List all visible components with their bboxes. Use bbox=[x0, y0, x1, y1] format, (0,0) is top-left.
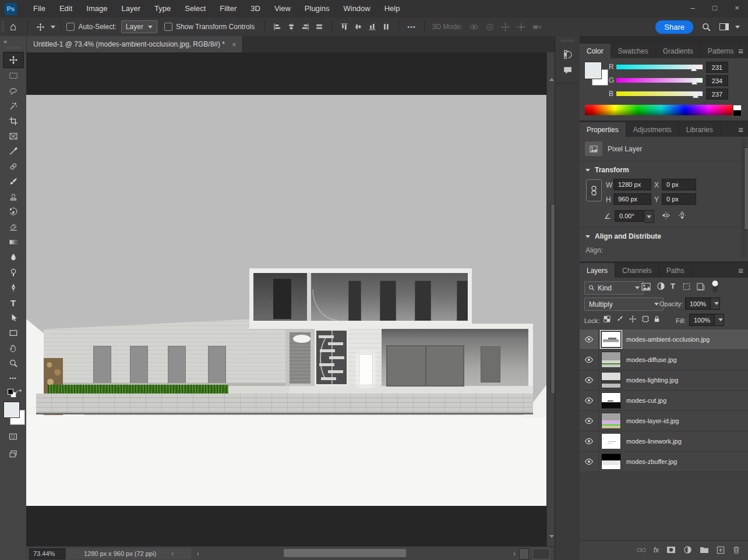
layer-thumbnail[interactable] bbox=[601, 433, 621, 449]
green-slider[interactable] bbox=[616, 78, 703, 83]
red-value-field[interactable]: 231 bbox=[706, 62, 728, 73]
layer-row[interactable]: modes-diffuse.jpg bbox=[580, 350, 748, 370]
lock-artboard-icon[interactable] bbox=[641, 315, 650, 323]
vertical-scrollbar[interactable] bbox=[546, 52, 555, 546]
menu-item-file[interactable]: File bbox=[26, 0, 52, 17]
new-group-icon[interactable] bbox=[700, 546, 709, 554]
layer-name[interactable]: modes-lighting.jpg bbox=[626, 377, 678, 384]
lock-position-icon[interactable] bbox=[629, 315, 637, 323]
flip-horizontal-icon[interactable] bbox=[661, 211, 671, 220]
blend-mode-dropdown[interactable]: Multiply bbox=[584, 297, 664, 311]
layer-row[interactable]: modes-ambient-occlusion.jpg bbox=[580, 329, 748, 350]
minimize-button[interactable]: – bbox=[682, 0, 704, 17]
tab-patterns[interactable]: Patterns bbox=[701, 44, 742, 58]
align-distribute-section-header[interactable]: Align and Distribute bbox=[585, 232, 661, 240]
green-value-field[interactable]: 234 bbox=[706, 75, 728, 86]
menu-item-select[interactable]: Select bbox=[178, 0, 213, 17]
layer-name[interactable]: modes-layer-id.jpg bbox=[626, 417, 679, 424]
layer-visibility-toggle[interactable] bbox=[580, 411, 599, 431]
search-icon[interactable] bbox=[701, 22, 711, 32]
layer-row[interactable]: modes-zbuffer.jpg bbox=[580, 452, 748, 472]
marquee-tool[interactable] bbox=[3, 68, 23, 83]
status-chevron-left-icon[interactable]: ‹ bbox=[197, 550, 199, 558]
rotation-dropdown-button[interactable] bbox=[644, 210, 654, 223]
panel-menu-icon[interactable]: ≡ bbox=[738, 46, 743, 56]
tab-libraries[interactable]: Libraries bbox=[679, 122, 721, 137]
menu-item-3d[interactable]: 3D bbox=[244, 0, 267, 17]
dodge-tool[interactable] bbox=[3, 265, 23, 280]
layer-row[interactable]: modes-lighting.jpg bbox=[580, 370, 748, 391]
toolbar-grip[interactable] bbox=[7, 47, 20, 49]
add-layer-mask-icon[interactable] bbox=[666, 546, 676, 554]
screen-mode-button[interactable] bbox=[3, 445, 23, 463]
x-field[interactable]: 0 px bbox=[662, 179, 696, 190]
layer-visibility-toggle[interactable] bbox=[580, 452, 599, 472]
more-align-options-icon[interactable]: ••• bbox=[407, 23, 416, 30]
filter-type-layers-icon[interactable]: T bbox=[671, 282, 675, 290]
menu-item-view[interactable]: View bbox=[267, 0, 298, 17]
toolbar-expand-icon[interactable]: » bbox=[3, 38, 7, 45]
edit-toolbar-icon[interactable]: ••• bbox=[3, 371, 23, 386]
brush-tool[interactable] bbox=[3, 174, 23, 189]
rotation-field[interactable]: 0.00° bbox=[615, 210, 644, 222]
workspace-chevron-icon[interactable] bbox=[735, 26, 740, 29]
tab-gradients[interactable]: Gradients bbox=[656, 44, 701, 58]
menu-item-edit[interactable]: Edit bbox=[52, 0, 79, 17]
tab-color[interactable]: Color bbox=[580, 44, 611, 58]
show-transform-controls-checkbox[interactable] bbox=[164, 23, 172, 31]
blur-tool[interactable] bbox=[3, 250, 23, 265]
layer-style-icon[interactable]: fx bbox=[654, 546, 659, 554]
menu-item-window[interactable]: Window bbox=[336, 0, 377, 17]
menu-item-layer[interactable]: Layer bbox=[115, 0, 148, 17]
layer-visibility-toggle[interactable] bbox=[580, 370, 599, 390]
layer-visibility-toggle[interactable] bbox=[580, 391, 599, 410]
filter-pixel-layers-icon[interactable] bbox=[641, 282, 651, 291]
dock-grip[interactable] bbox=[561, 40, 575, 42]
red-slider[interactable] bbox=[616, 65, 703, 69]
history-panel-icon[interactable] bbox=[555, 47, 580, 62]
transform-section-header[interactable]: Transform bbox=[585, 166, 629, 174]
delete-layer-icon[interactable] bbox=[732, 545, 740, 554]
close-button[interactable]: × bbox=[726, 0, 748, 17]
scrollbar-thumb[interactable] bbox=[744, 147, 748, 230]
layer-thumbnail[interactable] bbox=[601, 372, 621, 388]
flip-vertical-icon[interactable] bbox=[678, 211, 687, 220]
lock-all-icon[interactable] bbox=[653, 315, 661, 323]
blue-value-field[interactable]: 237 bbox=[706, 88, 728, 100]
move-tool-preset-icon[interactable] bbox=[36, 23, 45, 31]
layer-row[interactable]: modes-layer-id.jpg bbox=[580, 411, 748, 431]
opacity-dropdown[interactable]: 100% bbox=[685, 297, 720, 310]
filter-adjustment-layers-icon[interactable] bbox=[657, 282, 665, 290]
auto-select-checkbox[interactable] bbox=[66, 23, 75, 31]
horizontal-scrollbar-thumb[interactable] bbox=[284, 549, 406, 557]
menu-item-plugins[interactable]: Plugins bbox=[298, 0, 337, 17]
crop-tool[interactable] bbox=[3, 114, 23, 129]
tab-layers[interactable]: Layers bbox=[580, 263, 615, 278]
properties-scrollbar[interactable] bbox=[741, 139, 747, 258]
zoom-level-field[interactable]: 73.44% bbox=[29, 548, 65, 559]
align-left-edges-icon[interactable] bbox=[273, 23, 281, 31]
auto-select-target-dropdown[interactable]: Layer bbox=[121, 20, 157, 33]
panel-menu-icon[interactable]: ≡ bbox=[738, 125, 743, 134]
eraser-tool[interactable] bbox=[3, 219, 23, 235]
shape-tool[interactable] bbox=[3, 325, 23, 341]
document-image[interactable] bbox=[26, 95, 546, 506]
layer-thumbnail[interactable] bbox=[601, 331, 621, 348]
new-adjustment-layer-icon[interactable] bbox=[683, 545, 692, 554]
width-field[interactable]: 1280 px bbox=[613, 179, 651, 190]
lasso-tool[interactable] bbox=[3, 83, 23, 98]
layer-visibility-toggle[interactable] bbox=[580, 350, 599, 370]
frame-tool[interactable] bbox=[3, 129, 23, 144]
quick-mask-button[interactable] bbox=[3, 428, 23, 445]
clone-stamp-tool[interactable] bbox=[3, 189, 23, 204]
layer-row[interactable]: modes-cut.jpg bbox=[580, 391, 748, 411]
link-dimensions-toggle[interactable] bbox=[586, 179, 602, 201]
red-slider-handle[interactable] bbox=[691, 66, 697, 71]
filter-toggle[interactable] bbox=[711, 280, 719, 293]
layer-visibility-toggle[interactable] bbox=[580, 431, 599, 451]
align-top-edges-icon[interactable] bbox=[340, 23, 348, 31]
scroll-up-icon[interactable] bbox=[549, 78, 554, 81]
filter-smart-objects-icon[interactable] bbox=[696, 282, 705, 291]
tab-close-icon[interactable]: × bbox=[232, 40, 237, 49]
share-button[interactable]: Share bbox=[655, 20, 693, 34]
